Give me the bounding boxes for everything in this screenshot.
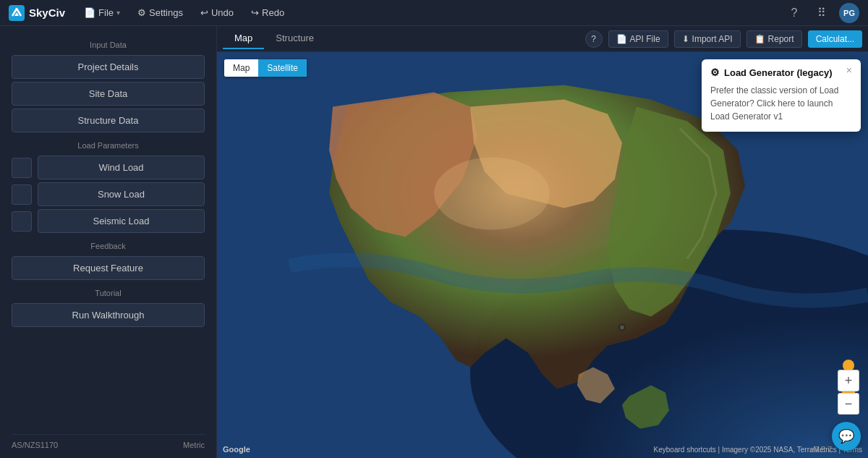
- nav-settings[interactable]: ⚙ Settings: [130, 4, 190, 21]
- tutorial-label: Tutorial: [12, 289, 205, 297]
- chat-icon: 💬: [838, 428, 854, 444]
- request-feature-button[interactable]: Request Feature: [12, 256, 205, 280]
- wind-load-row: Wind Load: [12, 156, 205, 179]
- map-controls: + −: [838, 370, 859, 415]
- load-parameters-label: Load Parameters: [12, 141, 205, 150]
- report-button[interactable]: 📋 Report: [746, 30, 802, 48]
- file-chevron-icon: ▾: [116, 9, 120, 17]
- view-satellite-button[interactable]: Satellite: [258, 59, 307, 77]
- seismic-load-checkbox[interactable]: [12, 211, 32, 232]
- svg-point-4: [620, 326, 624, 330]
- calculate-button[interactable]: Calculat...: [808, 30, 862, 48]
- report-icon: 📋: [754, 34, 765, 44]
- popup-close-button[interactable]: ×: [846, 65, 852, 75]
- api-file-icon: 📄: [616, 34, 627, 44]
- popup-gear-icon: ⚙: [710, 67, 720, 78]
- nav-right: ? ⠿ PG: [784, 3, 859, 23]
- nav-redo[interactable]: ↪ Redo: [244, 4, 292, 21]
- tab-map[interactable]: Map: [223, 28, 264, 49]
- site-data-button[interactable]: Site Data: [12, 82, 205, 106]
- run-walkthrough-button[interactable]: Run Walkthrough: [12, 303, 205, 327]
- sidebar-footer: AS/NZS1170 Metric: [12, 434, 205, 449]
- nav-undo[interactable]: ↩ Undo: [193, 4, 241, 21]
- tab-structure[interactable]: Structure: [264, 28, 326, 49]
- version-badge: v3.5.7: [810, 445, 832, 454]
- snow-load-button[interactable]: Snow Load: [38, 182, 205, 206]
- wind-load-button[interactable]: Wind Load: [38, 156, 205, 179]
- logo-icon: [9, 5, 25, 21]
- settings-icon: ⚙: [137, 7, 146, 18]
- logo-text: SkyCiv: [29, 7, 65, 19]
- main-layout: Input Data Project Details Site Data Str…: [0, 26, 868, 458]
- input-data-label: Input Data: [12, 41, 205, 49]
- zoom-out-button[interactable]: −: [838, 393, 859, 415]
- feedback-label: Feedback: [12, 242, 205, 250]
- unit-label: Metric: [183, 441, 205, 449]
- api-file-button[interactable]: 📄 API File: [608, 30, 668, 48]
- map-area: Map Structure ? 📄 API File ⬇ Import API …: [217, 26, 868, 458]
- zoom-in-button[interactable]: +: [838, 370, 859, 391]
- popup-body: Prefer the classic version of Load Gener…: [710, 84, 852, 123]
- chat-button[interactable]: 💬: [832, 422, 861, 451]
- undo-icon: ↩: [200, 7, 208, 18]
- wind-load-checkbox[interactable]: [12, 158, 32, 178]
- popup-header: ⚙ Load Generator (legacy) ×: [710, 67, 852, 78]
- map-help-button[interactable]: ?: [585, 30, 603, 48]
- load-generator-popup: ⚙ Load Generator (legacy) × Prefer the c…: [702, 59, 861, 132]
- logo[interactable]: SkyCiv: [9, 5, 65, 21]
- map-view-toggle: Map Satellite: [224, 59, 307, 77]
- project-details-button[interactable]: Project Details: [12, 55, 205, 79]
- file-icon: 📄: [84, 7, 95, 18]
- sidebar: Input Data Project Details Site Data Str…: [0, 26, 217, 458]
- popup-title: ⚙ Load Generator (legacy): [710, 67, 833, 78]
- seismic-load-button[interactable]: Seismic Load: [38, 209, 205, 233]
- map-tab-right: ? 📄 API File ⬇ Import API 📋 Report Calcu…: [585, 30, 862, 48]
- structure-data-button[interactable]: Structure Data: [12, 109, 205, 132]
- nav-file[interactable]: 📄 File ▾: [77, 4, 127, 21]
- help-button[interactable]: ?: [784, 3, 804, 23]
- google-attribution: Google: [223, 445, 250, 454]
- user-avatar[interactable]: PG: [839, 3, 859, 23]
- import-icon: ⬇: [682, 34, 689, 44]
- svg-point-2: [434, 158, 550, 230]
- snow-load-checkbox[interactable]: [12, 185, 32, 205]
- import-api-button[interactable]: ⬇ Import API: [674, 30, 741, 48]
- map-tabs-bar: Map Structure ? 📄 API File ⬇ Import API …: [217, 26, 868, 52]
- redo-icon: ↪: [251, 7, 259, 18]
- standard-label: AS/NZS1170: [12, 441, 58, 449]
- top-nav: SkyCiv 📄 File ▾ ⚙ Settings ↩ Undo ↪ Redo…: [0, 0, 868, 26]
- view-map-button[interactable]: Map: [224, 59, 258, 77]
- nav-menu: 📄 File ▾ ⚙ Settings ↩ Undo ↪ Redo: [77, 4, 773, 21]
- snow-load-row: Snow Load: [12, 182, 205, 206]
- apps-button[interactable]: ⠿: [812, 3, 832, 23]
- seismic-load-row: Seismic Load: [12, 209, 205, 233]
